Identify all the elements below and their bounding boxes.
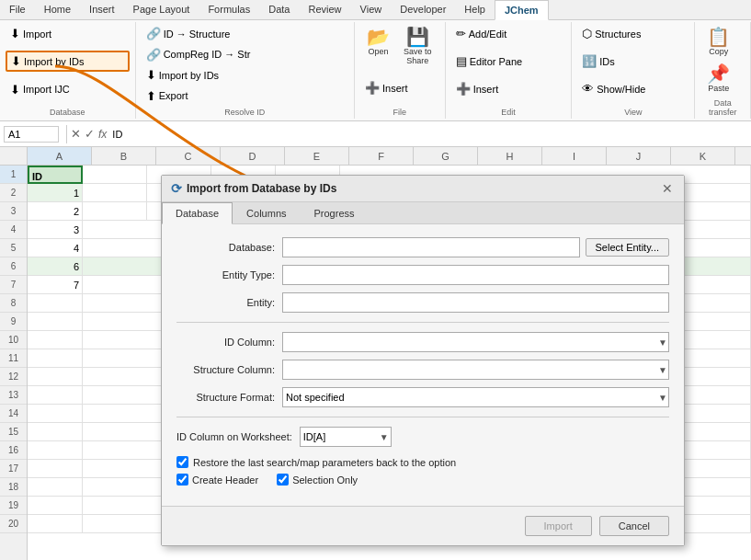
cell-reference-input[interactable] <box>4 126 59 143</box>
row-num-18[interactable]: 18 <box>0 478 27 497</box>
tab-developer[interactable]: Developer <box>391 0 455 19</box>
compreg-id-button[interactable]: 🔗 CompReg ID → Str <box>142 45 348 64</box>
cell-a19[interactable] <box>28 497 83 515</box>
paste-button[interactable]: 📌 Paste <box>700 61 736 97</box>
cell-a20[interactable] <box>28 515 83 533</box>
col-header-k[interactable]: K <box>671 147 735 165</box>
tab-file[interactable]: File <box>0 0 35 19</box>
tab-formulas[interactable]: Formulas <box>199 0 259 19</box>
row-num-20[interactable]: 20 <box>0 515 27 533</box>
cell-a12[interactable] <box>28 368 83 386</box>
row-num-2[interactable]: 2 <box>0 184 27 202</box>
cell-a14[interactable] <box>28 405 83 423</box>
import-by-ids-resolve-button[interactable]: ⬇ Import by IDs <box>142 65 348 85</box>
dialog-close-button[interactable]: ✕ <box>660 181 675 196</box>
row-num-12[interactable]: 12 <box>0 368 27 386</box>
tab-home[interactable]: Home <box>35 0 80 19</box>
row-num-11[interactable]: 11 <box>0 349 27 368</box>
cell-a2[interactable]: 1 <box>28 184 83 202</box>
cancel-formula-icon[interactable]: ✕ <box>71 127 81 141</box>
row-num-9[interactable]: 9 <box>0 313 27 331</box>
tab-jchem[interactable]: JChem <box>495 0 549 20</box>
cell-a1[interactable]: ID <box>28 166 83 184</box>
row-num-7[interactable]: 7 <box>0 276 27 294</box>
cell-a9[interactable] <box>28 313 83 331</box>
save-to-share-button[interactable]: 💾 Save toShare <box>397 24 438 69</box>
cell-a4[interactable]: 3 <box>28 221 83 239</box>
entity-type-input[interactable] <box>282 265 669 285</box>
id-to-structure-button[interactable]: 🔗 ID → Structure <box>142 24 348 43</box>
select-entity-button[interactable]: Select Entity... <box>586 238 670 257</box>
cell-a16[interactable] <box>28 441 83 460</box>
row-num-13[interactable]: 13 <box>0 386 27 405</box>
cell-a3[interactable]: 2 <box>28 202 83 221</box>
import-button[interactable]: ⬇ Import <box>6 24 130 43</box>
col-header-d[interactable]: D <box>221 147 285 165</box>
cell-a11[interactable] <box>28 349 83 368</box>
cell-a13[interactable] <box>28 386 83 405</box>
row-num-3[interactable]: 3 <box>0 202 27 221</box>
import-by-ids-ribbon-button[interactable]: ⬇ Import by IDs <box>6 51 130 72</box>
row-num-5[interactable]: 5 <box>0 239 27 257</box>
add-edit-button[interactable]: ✏ Add/Edit <box>451 24 566 43</box>
import-button-dialog[interactable]: Import <box>525 516 592 536</box>
cell-a18[interactable] <box>28 478 83 497</box>
cell-a17[interactable] <box>28 460 83 478</box>
open-button[interactable]: 📂 Open <box>360 24 396 60</box>
tab-review[interactable]: Review <box>299 0 350 19</box>
cell-a6[interactable]: 6 <box>28 257 83 276</box>
insert-file-button[interactable]: ➕ Insert <box>360 78 439 97</box>
insert-edit-button[interactable]: ➕ Insert <box>451 79 566 98</box>
export-button[interactable]: ⬆ Export <box>142 86 348 106</box>
tab-help[interactable]: Help <box>455 0 495 19</box>
row-num-14[interactable]: 14 <box>0 405 27 423</box>
confirm-formula-icon[interactable]: ✓ <box>85 127 95 141</box>
tab-insert[interactable]: Insert <box>80 0 124 19</box>
dialog-tab-database[interactable]: Database <box>162 202 233 224</box>
formula-input[interactable] <box>112 129 747 140</box>
dialog-tab-progress[interactable]: Progress <box>301 202 369 223</box>
tab-view[interactable]: View <box>351 0 392 19</box>
col-header-a[interactable]: A <box>28 147 92 165</box>
row-num-19[interactable]: 19 <box>0 497 27 515</box>
tab-page-layout[interactable]: Page Layout <box>124 0 199 19</box>
id-column-select[interactable] <box>282 332 669 352</box>
cell-a15[interactable] <box>28 423 83 441</box>
col-header-l[interactable]: L <box>735 147 751 165</box>
cancel-button-dialog[interactable]: Cancel <box>599 516 669 536</box>
database-input[interactable] <box>282 237 580 257</box>
cell-a7[interactable]: 7 <box>28 276 83 294</box>
selection-only-checkbox[interactable] <box>277 474 289 486</box>
cell-a5[interactable]: 4 <box>28 239 83 257</box>
restore-checkbox[interactable] <box>176 456 188 468</box>
editor-pane-button[interactable]: ▤ Editor Pane <box>451 51 566 71</box>
col-header-f[interactable]: F <box>349 147 414 165</box>
row-num-1[interactable]: 1 <box>0 166 27 184</box>
id-column-worksheet-select[interactable]: ID[A] <box>300 427 392 447</box>
col-header-c[interactable]: C <box>156 147 221 165</box>
row-num-8[interactable]: 8 <box>0 294 27 313</box>
import-ijc-button[interactable]: ⬇ Import IJC <box>6 80 130 99</box>
tab-data[interactable]: Data <box>259 0 299 19</box>
entity-input[interactable] <box>282 292 669 313</box>
col-header-b[interactable]: B <box>92 147 156 165</box>
structures-button[interactable]: ⬡ Structures <box>577 24 688 43</box>
cell-b3[interactable] <box>83 202 147 221</box>
create-header-checkbox[interactable] <box>176 474 188 486</box>
col-header-h[interactable]: H <box>478 147 542 165</box>
cell-b2[interactable] <box>83 184 147 202</box>
row-num-15[interactable]: 15 <box>0 423 27 441</box>
row-num-16[interactable]: 16 <box>0 441 27 460</box>
ids-button[interactable]: 🔢 IDs <box>577 51 688 71</box>
cell-a10[interactable] <box>28 331 83 349</box>
row-num-17[interactable]: 17 <box>0 460 27 478</box>
row-num-4[interactable]: 4 <box>0 221 27 239</box>
col-header-j[interactable]: J <box>607 147 671 165</box>
copy-button[interactable]: 📋 Copy <box>700 24 736 60</box>
row-num-10[interactable]: 10 <box>0 331 27 349</box>
structure-format-select[interactable]: Not specified <box>282 387 669 407</box>
col-header-i[interactable]: I <box>542 147 607 165</box>
show-hide-button[interactable]: 👁 Show/Hide <box>577 79 688 98</box>
col-header-g[interactable]: G <box>414 147 478 165</box>
cell-a8[interactable] <box>28 294 83 313</box>
